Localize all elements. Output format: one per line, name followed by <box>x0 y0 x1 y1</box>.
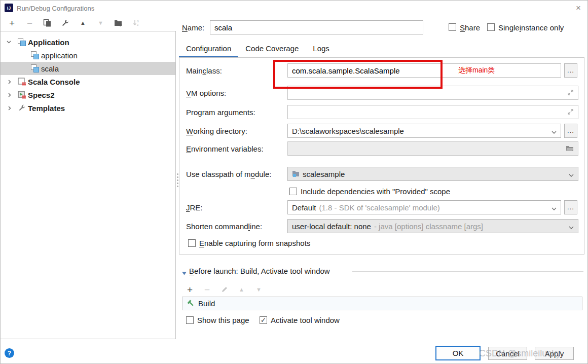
collapse-triangle-icon[interactable] <box>182 268 187 277</box>
chevron-down-icon[interactable] <box>552 127 557 135</box>
apply-button[interactable]: Apply <box>535 347 574 360</box>
name-label: Name: <box>182 20 204 34</box>
tree-item-scala-console-group[interactable]: Scala Console <box>1 75 175 88</box>
remove-task-icon[interactable]: − <box>201 284 213 296</box>
application-run-icon <box>31 51 40 60</box>
section-divider <box>352 271 583 272</box>
working-directory-browse-button[interactable]: ... <box>564 124 577 138</box>
jre-value: Default <box>292 203 316 212</box>
share-checkbox[interactable] <box>449 23 456 31</box>
remove-configuration-icon[interactable]: − <box>24 17 35 29</box>
configurations-toolbar: + − ▲ ▼ az <box>6 16 142 29</box>
before-launch-title[interactable]: Before launch: Build, Activate tool wind… <box>189 265 330 277</box>
activate-tool-window-label: Activate tool window <box>271 316 340 324</box>
before-launch-task-build[interactable]: Build <box>182 297 582 310</box>
browse-folder-icon[interactable] <box>566 144 574 153</box>
tab-configuration[interactable]: Configuration <box>179 41 238 57</box>
jre-combo[interactable]: Default (1.8 - SDK of 'scalesample' modu… <box>287 200 561 214</box>
tree-item-scala-config-selected[interactable]: scala <box>1 62 175 75</box>
environment-variables-label: Environment variables: <box>186 141 264 156</box>
build-hammer-icon <box>186 299 194 308</box>
chevron-down-icon[interactable] <box>6 39 12 45</box>
program-arguments-input[interactable] <box>287 105 578 119</box>
svg-text:z: z <box>137 23 139 26</box>
main-class-browse-button[interactable]: ... <box>564 63 577 78</box>
include-provided-row: Include dependencies with "Provided" sco… <box>289 184 450 198</box>
cancel-button[interactable]: Cancel <box>488 347 527 360</box>
annotation-choose-main-class: 选择main类 <box>458 63 495 78</box>
jre-hint: (1.8 - SDK of 'scalesample' module) <box>319 203 440 212</box>
share-label: Share <box>460 20 480 34</box>
task-label: Build <box>198 299 215 308</box>
chevron-down-icon[interactable] <box>569 170 574 178</box>
working-directory-combo[interactable]: D:\scalaworkspaces\scalesample <box>287 124 561 138</box>
show-this-page-label: Show this page <box>197 316 249 324</box>
activate-tool-window-row: ✓ Activate tool window <box>260 313 340 327</box>
tree-item-application-group[interactable]: Application <box>1 35 175 49</box>
intellij-logo-icon: IJ <box>5 4 13 12</box>
before-launch-toolbar: + − ▲ ▼ <box>184 283 265 296</box>
show-this-page-checkbox[interactable] <box>186 316 194 324</box>
ok-button[interactable]: OK <box>435 346 481 360</box>
vm-options-input[interactable] <box>287 86 578 100</box>
include-provided-checkbox[interactable] <box>289 188 297 195</box>
tree-item-application-config[interactable]: application <box>1 49 175 62</box>
chevron-down-icon[interactable] <box>569 222 574 231</box>
task-move-down-icon[interactable]: ▼ <box>253 284 265 296</box>
module-icon <box>292 170 300 178</box>
shorten-command-line-combo[interactable]: user-local default: none - java [options… <box>287 219 578 233</box>
sort-alphabetically-icon[interactable]: az <box>130 17 142 29</box>
tab-logs[interactable]: Logs <box>306 41 337 57</box>
expand-field-icon[interactable] <box>567 89 574 97</box>
jre-browse-button[interactable]: ... <box>564 200 577 214</box>
close-icon[interactable]: × <box>571 2 585 14</box>
window-title: Run/Debug Configurations <box>17 4 94 13</box>
main-class-input[interactable] <box>287 63 561 78</box>
capture-snapshots-row: Enable capturing form snapshots <box>188 236 310 250</box>
expand-field-icon[interactable] <box>567 108 574 117</box>
main-class-label: Main class: <box>186 63 222 78</box>
module-combo[interactable]: scalesample <box>287 167 578 181</box>
shorten-command-line-value: user-local default: none <box>292 222 371 231</box>
run-debug-configurations-dialog: IJ Run/Debug Configurations × + − ▲ ▼ az… <box>0 0 588 364</box>
application-run-icon <box>31 64 40 73</box>
working-directory-value: D:\scalaworkspaces\scalesample <box>292 127 404 135</box>
tree-item-templates-group[interactable]: Templates <box>1 101 175 115</box>
working-directory-label: Working directory: <box>186 124 247 138</box>
include-provided-label: Include dependencies with "Provided" sco… <box>301 187 450 196</box>
chevron-right-icon[interactable] <box>7 92 13 98</box>
tree-item-label: application <box>41 51 78 60</box>
activate-tool-window-checkbox[interactable]: ✓ <box>260 316 267 324</box>
chevron-right-icon[interactable] <box>7 79 13 85</box>
capture-snapshots-checkbox[interactable] <box>188 239 196 247</box>
single-instance-checkbox[interactable] <box>487 23 495 31</box>
tree-item-label: Specs2 <box>28 91 55 99</box>
tree-item-label: Scala Console <box>28 78 80 86</box>
copy-configuration-icon[interactable] <box>42 17 53 29</box>
edit-templates-wrench-icon[interactable] <box>59 17 71 29</box>
shorten-command-line-label: Shorten command line: <box>186 219 262 233</box>
chevron-down-icon[interactable] <box>552 203 557 212</box>
edit-task-pencil-icon[interactable] <box>218 284 230 296</box>
tree-item-specs2-group[interactable]: Specs2 <box>1 88 175 101</box>
tab-code-coverage[interactable]: Code Coverage <box>238 41 306 57</box>
name-input[interactable] <box>210 20 423 34</box>
vm-options-label: VM options: <box>186 86 226 100</box>
move-up-icon[interactable]: ▲ <box>77 17 89 29</box>
shorten-command-line-hint: - java [options] classname [args] <box>374 222 483 231</box>
task-move-up-icon[interactable]: ▲ <box>236 284 247 296</box>
chevron-right-icon[interactable] <box>7 105 13 111</box>
application-run-icon <box>18 38 26 47</box>
tree-item-label: Templates <box>28 104 65 113</box>
show-this-page-row: Show this page <box>186 313 249 327</box>
jre-label: JRE: <box>186 200 203 214</box>
environment-variables-input[interactable] <box>287 141 578 156</box>
add-task-icon[interactable]: + <box>184 284 196 296</box>
help-icon[interactable]: ? <box>5 348 14 358</box>
move-down-icon[interactable]: ▼ <box>95 17 106 29</box>
new-folder-icon[interactable] <box>113 17 124 29</box>
add-configuration-icon[interactable]: + <box>6 17 18 29</box>
program-arguments-label: Program arguments: <box>186 105 255 119</box>
single-instance-label: Single instance only <box>498 20 564 34</box>
tree-item-label: Application <box>28 38 69 47</box>
